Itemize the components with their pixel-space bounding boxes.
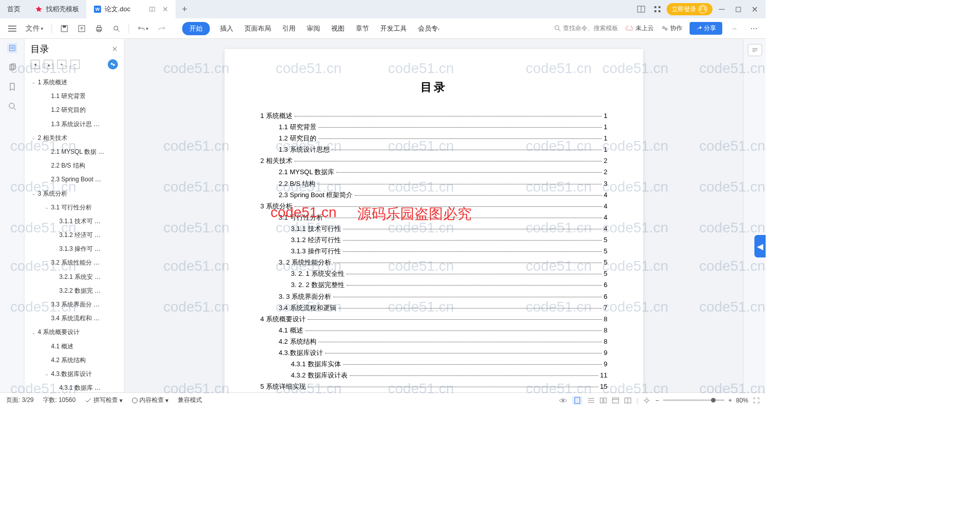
split-icon[interactable] (148, 5, 156, 13)
layout-icon[interactable] (634, 2, 648, 16)
toc-line: 1 系统概述1 (260, 110, 607, 122)
ribbon-layout[interactable]: 页面布局 (243, 22, 272, 35)
nav-close-icon[interactable]: ✕ (112, 45, 118, 53)
more-icon[interactable]: ⋯ (747, 22, 761, 35)
eye-icon[interactable] (559, 398, 567, 403)
menu-icon[interactable] (5, 23, 19, 34)
ribbon-insert[interactable]: 插入 (219, 22, 234, 35)
view-web-icon[interactable] (612, 397, 619, 404)
word-count[interactable]: 字数: 10560 (43, 396, 76, 405)
bookmark-icon[interactable] (7, 82, 17, 92)
login-button[interactable]: 立即登录 (667, 3, 713, 15)
save-icon[interactable] (57, 22, 71, 35)
search-input[interactable]: 查找命令、搜索模板 (554, 24, 618, 33)
nav-item[interactable]: 3.2.2 数据完 … (24, 284, 124, 298)
expand-icon[interactable]: ▴ (44, 60, 53, 69)
maximize-icon[interactable] (731, 2, 745, 16)
nav-item[interactable]: 1.2 研究目的 (24, 103, 124, 117)
toolbar: 文件 ▾ ▾ 开始 插入 页面布局 引用 审阅 视图 章节 开发工具 会员专› … (0, 18, 766, 39)
settings-icon[interactable] (643, 397, 650, 404)
new-tab-button[interactable]: + (176, 4, 194, 15)
ribbon-view[interactable]: 视图 (330, 22, 346, 35)
nav-item[interactable]: 3.1.1 技术可 … (24, 215, 124, 228)
document-area[interactable]: 目录 1 系统概述11.1 研究背景11.2 研究目的11.3 系统设计思想12… (125, 39, 743, 392)
search-icon[interactable] (7, 101, 17, 111)
svg-line-22 (117, 30, 119, 32)
nav-item[interactable]: 2.3 Spring Boot … (24, 173, 124, 186)
toc-line: 3.1.2 经济可行性5 (260, 234, 607, 246)
toc-line: 2.2 B/S 结构3 (260, 178, 607, 190)
toc-line: 5 系统详细实现15 (260, 381, 607, 392)
panel-toggle-icon[interactable] (748, 44, 762, 56)
nav-item[interactable]: ⌄3.1 可行性分析 (24, 201, 124, 215)
ribbon-dev[interactable]: 开发工具 (379, 22, 408, 35)
zoom-control[interactable]: − + 80% (655, 397, 748, 404)
zoom-slider[interactable] (663, 399, 724, 401)
nav-item[interactable]: ⌄2 相关技术 (24, 131, 124, 145)
content-check-button[interactable]: 内容检查 ▾ (132, 396, 168, 405)
nav-item[interactable]: ⌄4 系统概要设计 (24, 325, 124, 339)
remove-icon[interactable]: − (70, 60, 80, 69)
tab-template[interactable]: 找稻壳模板 (28, 0, 86, 18)
file-menu[interactable]: 文件 ▾ (22, 22, 46, 35)
nav-list[interactable]: ⌄1 系统概述1.1 研究背景1.2 研究目的1.3 系统设计思 …⌄2 相关技… (24, 74, 124, 392)
svg-point-26 (665, 28, 667, 30)
nav-item[interactable]: 3.3 系统界面分 … (24, 298, 124, 312)
apps-icon[interactable] (650, 2, 665, 16)
outline-icon[interactable] (7, 43, 17, 53)
redo-icon[interactable] (155, 23, 169, 34)
share-button[interactable]: 分享 (690, 22, 722, 35)
nav-item[interactable]: 3.1.3 操作可 … (24, 242, 124, 256)
zoom-value[interactable]: 80% (736, 397, 748, 404)
spellcheck-button[interactable]: 拼写检查 ▾ (85, 396, 122, 405)
zoom-out-icon[interactable]: − (655, 397, 659, 404)
view-split-icon[interactable] (624, 397, 631, 404)
nav-item[interactable]: ⌄3 系统分析 (24, 187, 124, 201)
tab-home[interactable]: 首页 (0, 0, 28, 18)
print-icon[interactable] (92, 22, 106, 35)
nav-title: 目录 (31, 43, 49, 55)
ribbon-ref[interactable]: 引用 (281, 22, 297, 35)
cloud-status[interactable]: 未上云 (625, 24, 654, 33)
ribbon-member[interactable]: 会员专› (417, 22, 440, 35)
ribbon-section[interactable]: 章节 (355, 22, 370, 35)
side-drawer-icon[interactable]: ◀ (754, 235, 766, 257)
nav-item[interactable]: 1.3 系统设计思 … (24, 117, 124, 131)
doc-title: 目录 (260, 80, 607, 95)
nav-item[interactable]: ⌄3.2 系统性能分 … (24, 256, 124, 270)
view-outline-icon[interactable] (587, 397, 595, 404)
nav-item[interactable]: 3.4 系统流程和 … (24, 312, 124, 325)
nav-item[interactable]: 3.2.1 系统安 … (24, 270, 124, 284)
nav-item[interactable]: 2.2 B/S 结构 (24, 159, 124, 173)
nav-item[interactable]: 4.3.1 数据库 … (24, 381, 124, 392)
nav-item[interactable]: ⌄4.3.数据库设计 (24, 367, 124, 381)
nav-item[interactable]: 4.2 系统结构 (24, 353, 124, 367)
doc-icon: W (93, 5, 102, 13)
nav-item[interactable]: 1.1 研究背景 (24, 89, 124, 103)
page-indicator[interactable]: 页面: 3/29 (6, 396, 34, 405)
collapse-ribbon-icon[interactable]: ︿ (729, 23, 740, 34)
tab-document[interactable]: W 论文.doc ✕ (86, 0, 176, 18)
undo-icon[interactable]: ▾ (134, 23, 152, 34)
view-page-icon[interactable] (572, 396, 582, 405)
copy-icon[interactable] (7, 62, 17, 73)
ribbon-start[interactable]: 开始 (182, 22, 210, 35)
minimize-icon[interactable]: ─ (715, 2, 729, 16)
toc-line: 3 系统分析4 (260, 201, 607, 212)
nav-item[interactable]: 2.1 MYSQL 数据 … (24, 145, 124, 159)
add-icon[interactable]: + (57, 60, 66, 69)
nav-item[interactable]: 4.1 概述 (24, 340, 124, 353)
zoom-in-icon[interactable]: + (728, 397, 732, 404)
ribbon-review[interactable]: 审阅 (306, 22, 321, 35)
export-icon[interactable] (75, 22, 89, 35)
help-icon[interactable] (108, 59, 118, 69)
coop-button[interactable]: 协作 (661, 24, 682, 33)
close-window-icon[interactable]: ✕ (747, 2, 762, 16)
fullscreen-icon[interactable] (753, 397, 760, 404)
view-read-icon[interactable] (600, 397, 607, 404)
collapse-icon[interactable]: ▾ (31, 60, 40, 69)
close-icon[interactable]: ✕ (162, 5, 168, 13)
nav-item[interactable]: ⌄1 系统概述 (24, 76, 124, 89)
nav-item[interactable]: 3.1.2 经济可 … (24, 228, 124, 242)
preview-icon[interactable] (109, 22, 124, 35)
